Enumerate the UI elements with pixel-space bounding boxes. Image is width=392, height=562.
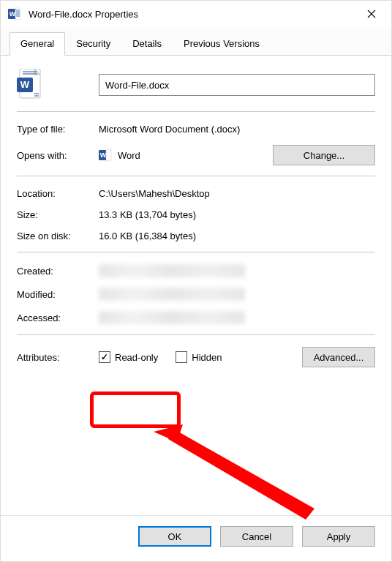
filename-input[interactable] xyxy=(99,74,375,96)
titlebar: W Word-File.docx Properties xyxy=(1,1,391,27)
advanced-button[interactable]: Advanced... xyxy=(302,347,375,367)
separator xyxy=(17,176,375,176)
size-on-disk-label: Size on disk: xyxy=(17,231,99,241)
location-value: C:\Users\Mahesh\Desktop xyxy=(99,188,375,199)
tabs-bar: General Security Details Previous Versio… xyxy=(1,27,391,56)
hidden-label: Hidden xyxy=(192,352,222,363)
change-button[interactable]: Change... xyxy=(273,145,375,165)
tab-previous-versions[interactable]: Previous Versions xyxy=(173,32,271,56)
separator xyxy=(17,252,375,252)
opens-with-label: Opens with: xyxy=(17,150,99,161)
word-app-icon: W xyxy=(99,149,112,162)
readonly-checkbox[interactable]: Read-only xyxy=(99,351,158,363)
cancel-button[interactable]: Cancel xyxy=(220,526,293,547)
tab-general[interactable]: General xyxy=(10,32,65,56)
type-of-file-value: Microsoft Word Document (.docx) xyxy=(99,124,375,135)
close-button[interactable] xyxy=(355,2,388,26)
svg-rect-2 xyxy=(15,8,20,20)
checkbox-icon xyxy=(99,351,110,363)
svg-rect-19 xyxy=(106,149,111,161)
svg-text:W: W xyxy=(100,151,107,159)
modified-label: Modified: xyxy=(17,289,99,300)
size-value: 13.3 KB (13,704 bytes) xyxy=(99,209,375,220)
modified-value-redacted xyxy=(99,288,245,301)
type-of-file-label: Type of file: xyxy=(17,124,99,135)
apply-button[interactable]: Apply xyxy=(302,526,375,547)
checkbox-icon xyxy=(176,351,187,363)
size-label: Size: xyxy=(17,209,99,220)
created-label: Created: xyxy=(17,266,99,277)
word-icon: W xyxy=(8,7,21,20)
dialog-button-bar: OK Cancel Apply xyxy=(1,515,391,561)
accessed-value-redacted xyxy=(99,311,245,324)
svg-text:W: W xyxy=(10,10,16,18)
attributes-label: Attributes: xyxy=(17,352,99,363)
svg-text:W: W xyxy=(20,79,30,90)
created-value-redacted xyxy=(99,264,245,277)
accessed-label: Accessed: xyxy=(17,312,99,323)
tab-security[interactable]: Security xyxy=(65,32,121,56)
readonly-label: Read-only xyxy=(115,352,158,363)
word-document-icon: W xyxy=(17,69,42,101)
ok-button[interactable]: OK xyxy=(138,526,211,547)
hidden-checkbox[interactable]: Hidden xyxy=(176,351,222,363)
location-label: Location: xyxy=(17,188,99,199)
window-title: Word-File.docx Properties xyxy=(29,9,138,20)
properties-dialog: W Word-File.docx Properties General Secu… xyxy=(0,0,392,562)
separator xyxy=(17,111,375,112)
separator xyxy=(17,334,375,335)
tab-details[interactable]: Details xyxy=(121,32,173,56)
size-on-disk-value: 16.0 KB (16,384 bytes) xyxy=(99,231,375,241)
opens-with-value: Word xyxy=(118,150,140,161)
general-tab-body: W Type of file: Microsoft Word Document … xyxy=(1,56,391,515)
close-icon xyxy=(367,10,376,18)
